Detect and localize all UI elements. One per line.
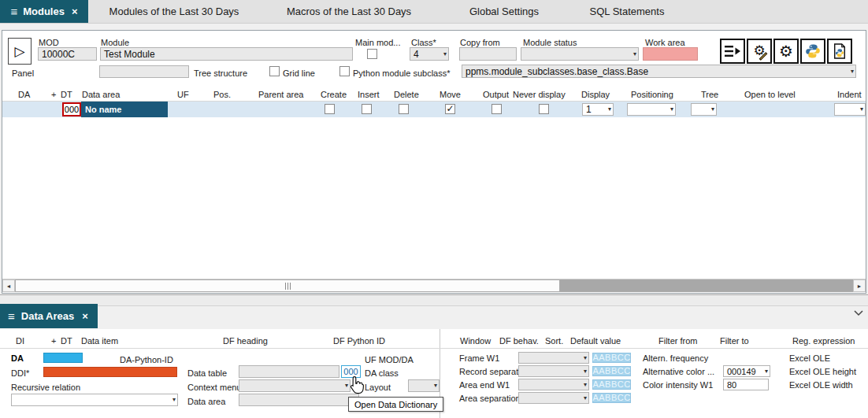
close-tab-icon[interactable]: × <box>82 310 88 322</box>
alternative-color-select[interactable]: 000149 ▾ <box>723 365 770 377</box>
display-value: 1 <box>586 104 592 115</box>
display-select[interactable]: 1 ▾ <box>582 103 614 116</box>
area-end-color-swatch[interactable]: AABBCC <box>592 379 631 390</box>
python-button[interactable] <box>800 39 825 64</box>
dropdown-arrow-icon: ▾ <box>765 368 768 375</box>
bcol-dt: DT <box>61 336 72 346</box>
excel-ole-width-label: Excel OLE width <box>789 380 853 390</box>
close-tab-icon[interactable]: × <box>72 6 78 17</box>
dt-cell-selected[interactable]: 000 <box>62 102 81 117</box>
module-status-label: Module status <box>523 38 577 47</box>
mod-input[interactable]: 10000C <box>38 47 97 61</box>
class-value: 4 <box>414 49 419 60</box>
never-display-checkbox[interactable] <box>539 104 549 114</box>
swatch-value: AABBCC <box>592 367 630 375</box>
python-subclass-value: ppms.module_subclasses.base_class.Base <box>466 66 648 77</box>
col-move: Move <box>440 90 461 99</box>
data-table-input[interactable] <box>239 365 339 378</box>
create-checkbox[interactable] <box>325 104 335 114</box>
layout-select[interactable]: ▾ <box>408 379 440 392</box>
work-area-field[interactable] <box>643 47 698 61</box>
frame-w1-select[interactable]: ▾ <box>518 352 589 364</box>
tab-label: Global Settings <box>469 6 539 17</box>
recursive-relation-select[interactable]: ▾ <box>11 394 178 406</box>
dropdown-arrow-icon: ▾ <box>584 395 587 401</box>
alternative-color-label: Alternative color ... <box>643 367 714 376</box>
dropdown-arrow-icon: ▾ <box>584 382 587 388</box>
record-separation-color-swatch[interactable]: AABBCC <box>592 366 631 376</box>
scrollbar-thumb[interactable] <box>15 279 560 292</box>
data-area-input[interactable] <box>239 394 359 406</box>
record-separation-w1-select[interactable]: ▾ <box>518 365 589 377</box>
collapse-panel-button[interactable] <box>852 307 865 318</box>
move-checkbox[interactable]: ✓ <box>445 104 455 114</box>
panel-input[interactable] <box>99 65 189 78</box>
da-row-label: DA <box>11 353 24 363</box>
scroll-left-button[interactable]: ◄ <box>2 279 15 292</box>
tab-label: Modules of the Last 30 Days <box>109 6 239 17</box>
tab-global-settings[interactable]: Global Settings <box>438 0 570 23</box>
positioning-select[interactable]: ▾ <box>627 103 676 116</box>
area-separation-color-swatch[interactable]: AABBCC <box>592 393 631 403</box>
ddi-color-field[interactable] <box>43 367 177 377</box>
module-field-label: Module <box>101 38 129 47</box>
module-name-input[interactable]: Test Module <box>100 47 353 61</box>
python-icon <box>805 43 821 59</box>
dropdown-arrow-icon: ▾ <box>860 106 863 113</box>
work-area-label: Work area <box>645 38 685 47</box>
tab-sql-statements[interactable]: SQL Statements <box>570 0 684 23</box>
indent-select[interactable]: ▾ <box>834 103 866 116</box>
add-data-area-button[interactable]: + <box>51 90 56 99</box>
tree-select[interactable]: ▾ <box>691 103 717 116</box>
col-open-to-level: Open to level <box>744 90 796 99</box>
scroll-right-button[interactable]: ► <box>853 279 866 292</box>
color-intensity-input[interactable]: 80 <box>723 379 769 390</box>
main-tab-bar: ≡ Modules × Modules of the Last 30 Days … <box>0 0 868 24</box>
data-area-row[interactable]: 000 No name ✓ 1 ▾ ▾ ▾ <box>2 102 866 117</box>
layout-label: Layout <box>365 383 391 392</box>
tab-modules-last-30-days[interactable]: Modules of the Last 30 Days <box>88 0 260 23</box>
col-indent: Indent <box>837 90 862 99</box>
grid-line-checkbox[interactable] <box>269 66 280 76</box>
context-menu-select[interactable]: ▾ <box>239 379 351 392</box>
tab-macros-last-30-days[interactable]: Macros of the Last 30 Days <box>260 0 438 23</box>
tab-data-areas[interactable]: ≡ Data Areas × <box>0 304 98 328</box>
delete-checkbox[interactable] <box>399 104 409 114</box>
mouse-cursor-hand <box>350 375 364 394</box>
menu-icon[interactable]: ≡ <box>10 6 17 17</box>
menu-icon[interactable]: ≡ <box>8 310 15 322</box>
data-area-name-cell[interactable]: No name <box>81 102 168 117</box>
recursive-relation-label: Recursive relation <box>11 383 80 392</box>
add-data-item-button[interactable]: + <box>51 336 56 346</box>
class-select[interactable]: 4 ▾ <box>410 47 449 61</box>
panel-splitter[interactable] <box>0 294 868 306</box>
copy-from-input[interactable] <box>459 47 517 61</box>
area-separation-w1-select[interactable]: ▾ <box>518 392 589 404</box>
customizer-button[interactable]: ⚙ <box>747 39 772 64</box>
bcol-filter-to: Filter to <box>720 336 749 346</box>
python-subclass-select[interactable]: ppms.module_subclasses.base_class.Base ▾ <box>462 65 856 78</box>
insert-checkbox[interactable] <box>362 104 372 114</box>
tab-label: SQL Statements <box>590 6 665 17</box>
frame-w1-color-swatch[interactable]: AABBCC <box>592 353 631 363</box>
scrollbar-track[interactable] <box>560 279 853 292</box>
col-create: Create <box>321 90 347 99</box>
area-end-w1-select[interactable]: ▾ <box>518 379 589 390</box>
horizontal-scrollbar[interactable]: ◄ ► <box>2 279 866 292</box>
python-file-button[interactable] <box>827 39 852 64</box>
dropdown-arrow-icon: ▾ <box>711 106 714 113</box>
python-subclass-checkbox[interactable] <box>339 66 350 76</box>
python-file-icon <box>833 43 847 60</box>
chevron-down-icon <box>854 310 863 316</box>
main-module-checkbox[interactable] <box>367 49 377 59</box>
tab-modules[interactable]: ≡ Modules × <box>0 0 88 23</box>
bcol-data-item: Data item <box>81 336 118 346</box>
da-color-field[interactable] <box>43 353 83 363</box>
run-with-options-button[interactable] <box>720 39 745 64</box>
col-parent-area: Parent area <box>258 90 303 99</box>
da-python-id-label: DA-Python-ID <box>120 355 173 364</box>
settings-button[interactable]: ⚙ <box>773 39 799 64</box>
output-checkbox[interactable] <box>491 104 502 114</box>
run-module-button[interactable]: ▷ <box>8 38 32 65</box>
module-status-select[interactable]: ▾ <box>521 47 639 61</box>
